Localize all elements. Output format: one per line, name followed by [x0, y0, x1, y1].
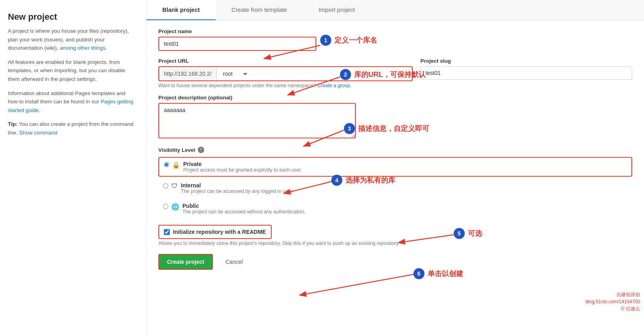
url-slug-row: Project URL http://192.168.20.2/ root Wa… — [158, 58, 632, 88]
visibility-label-row: Visibility Level ? — [158, 147, 632, 153]
project-slug-input[interactable] — [421, 66, 632, 80]
description-group: Project description (optional) aaaaaaa — [158, 95, 632, 140]
visibility-label: Visibility Level — [158, 147, 195, 153]
project-name-input[interactable] — [158, 37, 316, 51]
slug-group: Project slug — [421, 58, 632, 80]
project-name-label: Project name — [158, 28, 632, 34]
readme-checkbox[interactable] — [164, 229, 170, 235]
url-prefix: http://192.168.20.2/ — [159, 67, 217, 80]
shield-icon: 🛡 — [171, 183, 178, 190]
readme-box: Initialize repository with a README — [158, 225, 272, 239]
visibility-public: 🌐 Public The project can be accessed wit… — [158, 200, 632, 218]
sidebar-para3: Information about additional Pages templ… — [8, 89, 134, 115]
visibility-help-icon[interactable]: ? — [198, 147, 204, 153]
vis-public-text: Public The project can be accessed witho… — [182, 203, 305, 215]
sidebar-link-command[interactable]: Show command — [19, 130, 58, 136]
vis-internal-desc: The project can be accessed by any logge… — [181, 189, 293, 194]
url-help-link[interactable]: Create a group. — [317, 83, 352, 88]
create-project-button[interactable]: Create project — [158, 254, 213, 270]
vis-private-title: Private — [183, 161, 302, 167]
url-box: http://192.168.20.2/ root — [158, 66, 413, 81]
vis-public-desc: The project can be accessed without any … — [182, 209, 305, 215]
radio-private[interactable] — [164, 162, 169, 167]
sidebar-para1: A project is where you house your files … — [8, 27, 134, 52]
vis-private-desc: Project access must be granted explicitl… — [183, 167, 302, 173]
description-label: Project description (optional) — [158, 95, 632, 101]
tab-import[interactable]: Import project — [303, 0, 371, 20]
sidebar: New project A project is where you house… — [0, 0, 146, 336]
visibility-section: Visibility Level ? 🔒 Private Project acc… — [158, 147, 632, 218]
url-namespace-select[interactable]: root — [217, 67, 248, 80]
page-title: New project — [8, 12, 134, 22]
radio-public[interactable] — [163, 204, 168, 209]
vis-public-title: Public — [182, 203, 305, 209]
radio-internal[interactable] — [163, 183, 168, 189]
visibility-internal: 🛡 Internal The project can be accessed b… — [158, 179, 632, 197]
url-group: Project URL http://192.168.20.2/ root Wa… — [158, 58, 413, 88]
readme-label: Initialize repository with a README — [173, 229, 266, 235]
vis-private-text: Private Project access must be granted e… — [183, 161, 302, 173]
tab-template[interactable]: Create from template — [216, 0, 303, 20]
globe-icon: 🌐 — [171, 203, 179, 211]
project-name-group: Project name — [158, 28, 632, 51]
lock-icon: 🔒 — [172, 161, 180, 169]
tabs-bar: Blank project Create from template Impor… — [146, 0, 644, 21]
tab-blank[interactable]: Blank project — [146, 0, 216, 20]
form-area: Project name Project URL http://192.168.… — [146, 21, 644, 278]
readme-section: Initialize repository with a README Allo… — [158, 225, 632, 246]
description-textarea[interactable]: aaaaaaa — [158, 103, 356, 138]
visibility-private: 🔒 Private Project access must be granted… — [158, 157, 632, 177]
sidebar-link-among[interactable]: among other things — [60, 45, 105, 51]
vis-internal-text: Internal The project can be accessed by … — [181, 182, 293, 194]
project-url-label: Project URL — [158, 58, 413, 64]
readme-desc: Allows you to immediately clone this pro… — [158, 241, 632, 246]
project-slug-label: Project slug — [421, 58, 632, 64]
vis-internal-title: Internal — [181, 182, 293, 189]
watermark: 吕建创原创 blog.51cto.com/14154700 © 亿速云 — [586, 291, 640, 312]
sidebar-tip: Tip: You can also create a project from … — [8, 120, 134, 137]
url-help: Want to house several dependent projects… — [158, 83, 413, 88]
main-content: Blank project Create from template Impor… — [146, 0, 644, 336]
btn-row: Create project Cancel — [158, 254, 632, 270]
cancel-button[interactable]: Cancel — [219, 255, 249, 269]
sidebar-para2: All features are enabled for blank proje… — [8, 58, 134, 84]
